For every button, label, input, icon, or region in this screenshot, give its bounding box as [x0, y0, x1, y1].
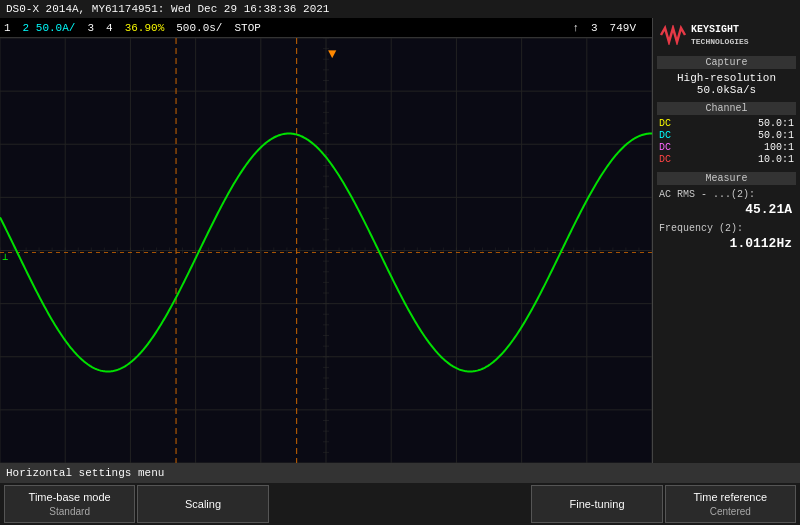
trig-num: 3: [591, 22, 598, 34]
fine-tuning-button[interactable]: Fine-tuning: [531, 485, 662, 523]
measure2-val: 1.0112Hz: [657, 235, 796, 252]
button-spacer: [271, 485, 530, 523]
timebase-mode-button[interactable]: Time-base mode Standard: [4, 485, 135, 523]
ch4-val: 10.0:1: [758, 154, 794, 165]
main-container: DS0-X 2014A, MY61174951: Wed Dec 29 16:3…: [0, 0, 800, 525]
measure1-label: AC RMS - ...(2):: [657, 188, 796, 201]
channel-title: Channel: [657, 102, 796, 115]
channel-row-1: DC 50.0:1: [657, 118, 796, 129]
scope-area: 1 2 50.0A/ 3 4 36.90% 500.0s/ STOP ↑ 3 7…: [0, 18, 652, 463]
time-reference-button[interactable]: Time reference Centered: [665, 485, 796, 523]
ch3-dc-label: DC: [659, 142, 671, 153]
title-text: DS0-X 2014A, MY61174951: Wed Dec 29 16:3…: [6, 3, 329, 15]
time-ref-top-label: Time reference: [694, 490, 768, 504]
capture-section: Capture High-resolution 50.0kSa/s: [657, 56, 796, 96]
ch3-val: 100:1: [764, 142, 794, 153]
keysight-logo: KEYSIGHTTECHNOLOGIES: [657, 22, 796, 50]
channel-row-2: DC 50.0:1: [657, 130, 796, 141]
scaling-label: Scaling: [185, 497, 221, 511]
menu-label: Horizontal settings menu: [0, 463, 800, 483]
trigger-arrow: ▼: [328, 46, 336, 62]
capture-mode: High-resolution: [657, 72, 796, 84]
ch1-indicator: 1: [4, 22, 11, 34]
channel-section: Channel DC 50.0:1 DC 50.0:1 DC 100:1 DC …: [657, 102, 796, 166]
timebase-top-label: Time-base mode: [29, 490, 111, 504]
stop-indicator: STOP: [234, 22, 260, 34]
keysight-logo-graphic: [659, 25, 687, 48]
ground-marker: ⊥: [2, 251, 8, 263]
timebase-bot-label: Standard: [49, 505, 90, 518]
timeref-indicator: 36.90%: [125, 22, 165, 34]
capture-title: Capture: [657, 56, 796, 69]
measure-section: Measure AC RMS - ...(2): 45.21A Frequenc…: [657, 172, 796, 252]
ch2-dc-label: DC: [659, 130, 671, 141]
measure1-val: 45.21A: [657, 201, 796, 218]
content-area: 1 2 50.0A/ 3 4 36.90% 500.0s/ STOP ↑ 3 7…: [0, 18, 800, 463]
scope-canvas: [0, 38, 652, 463]
voltage-indicator: 749V: [610, 22, 636, 34]
ch2-indicator: 2 50.0A/: [23, 22, 76, 34]
trigger-indicator: ↑: [572, 22, 579, 34]
time-ref-bot-label: Centered: [710, 505, 751, 518]
ch2-val: 50.0:1: [758, 130, 794, 141]
fine-tuning-label: Fine-tuning: [569, 497, 624, 511]
capture-rate: 50.0kSa/s: [657, 84, 796, 96]
right-panel: KEYSIGHTTECHNOLOGIES Capture High-resolu…: [652, 18, 800, 463]
channel-row-4: DC 10.0:1: [657, 154, 796, 165]
channel-row-3: DC 100:1: [657, 142, 796, 153]
ch4-dc-label: DC: [659, 154, 671, 165]
bottom-buttons: Time-base mode Standard Scaling Fine-tun…: [0, 483, 800, 525]
keysight-text: KEYSIGHTTECHNOLOGIES: [691, 24, 749, 48]
ch3-indicator: 3: [87, 22, 94, 34]
timescale-indicator: 500.0s/: [176, 22, 222, 34]
bottom-bar: Horizontal settings menu Time-base mode …: [0, 463, 800, 525]
ch1-dc-label: DC: [659, 118, 671, 129]
title-bar: DS0-X 2014A, MY61174951: Wed Dec 29 16:3…: [0, 0, 800, 18]
measure-title: Measure: [657, 172, 796, 185]
status-bar: 1 2 50.0A/ 3 4 36.90% 500.0s/ STOP ↑ 3 7…: [0, 18, 652, 38]
ch1-val: 50.0:1: [758, 118, 794, 129]
scaling-button[interactable]: Scaling: [137, 485, 268, 523]
ch4-indicator: 4: [106, 22, 113, 34]
measure2-label: Frequency (2):: [657, 222, 796, 235]
grid-container: ▼ ⊥: [0, 38, 652, 463]
